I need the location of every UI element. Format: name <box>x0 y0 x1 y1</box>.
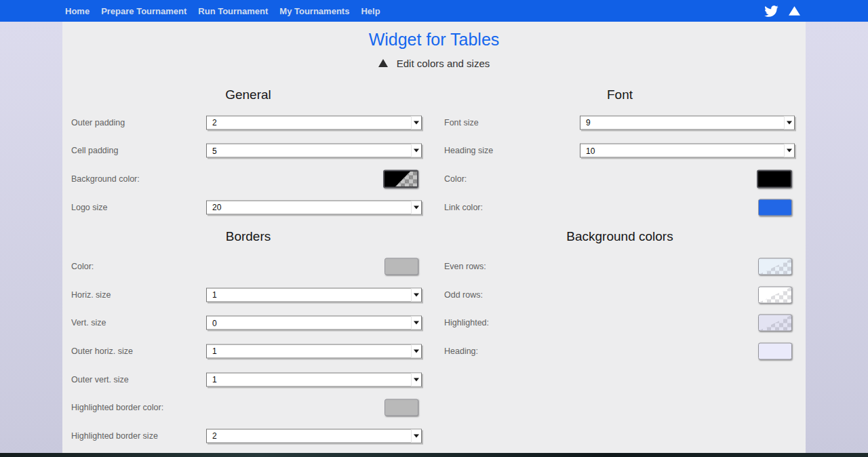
row-background-color: Background color: <box>62 165 434 193</box>
row-border-color: Color: <box>62 252 434 281</box>
font-color-swatch[interactable] <box>757 170 792 188</box>
row-vert-size: Vert. size 0 <box>62 309 434 338</box>
outer-vert-size-value: 1 <box>207 375 411 384</box>
highlighted-border-color-label: Highlighted border color: <box>71 403 163 412</box>
dropdown-arrow-icon[interactable] <box>411 344 421 357</box>
dropdown-arrow-icon[interactable] <box>411 317 421 330</box>
outer-padding-select[interactable]: 2 <box>206 115 422 130</box>
section-heading-font: Font <box>434 81 806 108</box>
highlighted-bg-swatch[interactable] <box>758 315 792 332</box>
row-outer-vert-size: Outer vert. size 1 <box>62 365 434 394</box>
dropdown-arrow-icon[interactable] <box>784 144 794 157</box>
row-cell-padding: Cell padding 5 <box>62 137 434 165</box>
section-heading-general: General <box>62 81 434 108</box>
bottom-dock-edge <box>0 453 868 457</box>
background-color-label: Background color: <box>71 174 140 184</box>
section-heading-background-colors: Background colors <box>434 221 806 252</box>
row-link-color: Link color: <box>434 193 806 222</box>
highlighted-border-size-label: Highlighted border size <box>71 431 158 441</box>
dropdown-arrow-icon[interactable] <box>411 144 421 157</box>
font-size-value: 9 <box>580 118 784 127</box>
row-horiz-size: Horiz. size 1 <box>62 281 434 309</box>
cell-padding-label: Cell padding <box>71 146 119 155</box>
cell-padding-select[interactable]: 5 <box>206 144 422 158</box>
nav-item-home[interactable]: Home <box>65 6 90 16</box>
edit-toggle-triangle-icon <box>378 59 388 67</box>
dropdown-arrow-icon[interactable] <box>411 201 421 214</box>
logo-size-value: 20 <box>207 203 411 212</box>
outer-horiz-size-label: Outer horiz. size <box>71 346 133 356</box>
row-outer-padding: Outer padding 2 <box>62 108 434 137</box>
vert-size-select[interactable]: 0 <box>206 316 422 330</box>
vert-size-value: 0 <box>207 318 411 327</box>
nav-menu: Home Prepare Tournament Run Tournament M… <box>65 6 380 16</box>
edit-toggle-label: Edit colors and sizes <box>397 58 490 69</box>
section-heading-borders: Borders <box>62 221 434 252</box>
row-odd-rows: Odd rows: <box>434 281 806 309</box>
outer-padding-label: Outer padding <box>71 118 125 127</box>
row-font-size: Font size 9 <box>434 108 806 137</box>
dropdown-arrow-icon[interactable] <box>411 116 421 129</box>
highlighted-border-size-select[interactable]: 2 <box>206 429 422 443</box>
triangle-up-icon[interactable] <box>789 6 800 16</box>
cell-padding-value: 5 <box>207 146 411 155</box>
horiz-size-label: Horiz. size <box>71 290 111 300</box>
nav-icons <box>764 5 800 17</box>
nav-item-my-tournaments[interactable]: My Tournaments <box>279 6 349 16</box>
odd-rows-label: Odd rows: <box>444 290 483 300</box>
heading-bg-label: Heading: <box>444 346 478 356</box>
row-font-color: Color: <box>434 165 806 193</box>
row-outer-horiz-size: Outer horiz. size 1 <box>62 337 434 365</box>
font-size-label: Font size <box>444 118 479 127</box>
heading-size-label: Heading size <box>444 146 493 155</box>
even-rows-swatch[interactable] <box>758 258 792 275</box>
border-color-swatch[interactable] <box>384 258 418 275</box>
background-color-swatch[interactable] <box>383 170 418 188</box>
outer-vert-size-select[interactable]: 1 <box>206 372 422 386</box>
dropdown-arrow-icon[interactable] <box>411 373 421 386</box>
logo-size-label: Logo size <box>71 203 108 212</box>
heading-bg-swatch[interactable] <box>758 342 792 359</box>
row-highlighted-bg: Highlighted: <box>434 309 806 338</box>
row-even-rows: Even rows: <box>434 252 806 281</box>
border-color-label: Color: <box>71 262 94 271</box>
outer-horiz-size-value: 1 <box>207 346 411 356</box>
vert-size-label: Vert. size <box>71 318 106 327</box>
dropdown-arrow-icon[interactable] <box>784 116 794 129</box>
nav-item-prepare-tournament[interactable]: Prepare Tournament <box>101 6 186 16</box>
twitter-icon[interactable] <box>764 5 778 17</box>
outer-horiz-size-select[interactable]: 1 <box>206 344 422 358</box>
highlighted-border-size-value: 2 <box>207 431 411 441</box>
horiz-size-value: 1 <box>207 290 411 300</box>
logo-size-select[interactable]: 20 <box>206 200 422 214</box>
font-size-select[interactable]: 9 <box>580 115 795 130</box>
row-highlighted-border-size: Highlighted border size 2 <box>62 422 434 450</box>
right-column: Font Font size 9 Heading size 10 Color: <box>434 70 806 450</box>
highlighted-bg-label: Highlighted: <box>444 318 489 327</box>
row-heading-size: Heading size 10 <box>434 137 806 165</box>
page-title: Widget for Tables <box>62 28 806 50</box>
outer-padding-value: 2 <box>207 118 411 127</box>
link-color-label: Link color: <box>444 203 483 212</box>
dropdown-arrow-icon[interactable] <box>411 429 421 442</box>
row-heading-bg: Heading: <box>434 337 806 365</box>
top-navbar: Home Prepare Tournament Run Tournament M… <box>0 0 868 22</box>
heading-size-value: 10 <box>580 146 784 155</box>
left-column: General Outer padding 2 Cell padding 5 B… <box>62 70 434 450</box>
outer-vert-size-label: Outer vert. size <box>71 375 129 384</box>
odd-rows-swatch[interactable] <box>758 286 792 303</box>
row-logo-size: Logo size 20 <box>62 193 434 222</box>
dropdown-arrow-icon[interactable] <box>411 288 421 301</box>
even-rows-label: Even rows: <box>444 262 486 271</box>
nav-item-run-tournament[interactable]: Run Tournament <box>198 6 268 16</box>
content-panel: Widget for Tables Edit colors and sizes … <box>62 22 806 453</box>
heading-size-select[interactable]: 10 <box>580 144 795 158</box>
horiz-size-select[interactable]: 1 <box>206 287 422 302</box>
link-color-swatch[interactable] <box>758 199 792 216</box>
edit-colors-toggle[interactable]: Edit colors and sizes <box>62 56 806 70</box>
highlighted-border-color-swatch[interactable] <box>384 399 418 416</box>
settings-columns: General Outer padding 2 Cell padding 5 B… <box>62 70 806 450</box>
row-highlighted-border-color: Highlighted border color: <box>62 393 434 422</box>
font-color-label: Color: <box>444 174 467 184</box>
nav-item-help[interactable]: Help <box>361 6 380 16</box>
